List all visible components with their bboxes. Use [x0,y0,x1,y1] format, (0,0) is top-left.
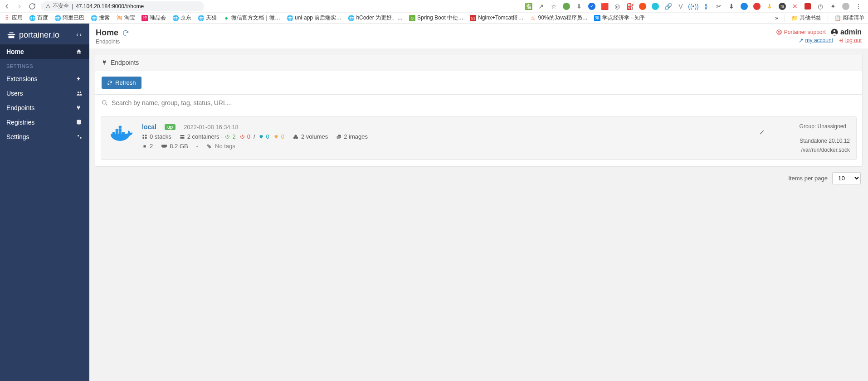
ext-icon[interactable]: ◷ [816,2,824,10]
svg-point-6 [778,31,780,34]
bookmark-item[interactable]: 知学点经济学 - 知乎 [594,14,645,22]
svg-point-8 [834,30,836,33]
bookmarks-bar: ⠿应用 🌐百度 🌐阿里巴巴 🌐搜索 淘淘宝 特唯品会 🌐京东 🌐天猫 ●微信官方… [0,12,868,23]
svg-point-4 [80,137,82,139]
stat-volumes: 2 volumes [293,133,328,140]
refresh-button[interactable]: Refresh [102,77,141,89]
app-container: portainer.io Home SETTINGS Extensions Us… [0,24,868,381]
ext-icon[interactable]: m [778,2,786,10]
bookmark-item[interactable]: 🌐百度 [29,14,48,22]
svg-rect-18 [143,135,145,136]
bookmark-item[interactable]: ●微信官方文档｜微… [223,14,280,22]
bookmark-apps[interactable]: ⠿应用 [4,14,23,22]
svg-rect-23 [180,137,184,139]
menu-icon[interactable]: ⋮ [854,2,863,10]
ext-icon[interactable]: ✓ [588,2,596,10]
separator [828,14,828,22]
sidebar-item-extensions[interactable]: Extensions [0,72,89,86]
ext-icon[interactable] [804,2,812,10]
ext-icon[interactable]: ⬇ [727,2,736,10]
endpoints-panel: Endpoints Refresh [95,54,863,167]
share-icon[interactable]: ↗ [537,2,545,10]
bookmark-item[interactable]: SSpring Boot 中使… [409,14,463,22]
ext-icon[interactable]: 🟥 [600,2,609,10]
ext-icon[interactable] [651,2,659,10]
panel-body: Refresh [95,71,862,94]
svg-rect-22 [180,135,184,136]
ext-icon[interactable]: ◎ [613,2,621,10]
sidebar-item-label: Registries [6,119,34,126]
sidebar-item-settings[interactable]: Settings [0,130,89,144]
bookmark-item[interactable]: 🌐天猫 [198,14,217,22]
svg-rect-21 [145,137,147,139]
ext-icon[interactable]: ⛽ [626,2,634,10]
reload-button[interactable] [28,2,36,10]
reading-list[interactable]: 📋阅读清单 [834,14,864,22]
sidebar-item-users[interactable]: Users [0,86,89,101]
ext-icon[interactable] [740,2,748,10]
brand-logo[interactable]: portainer.io [0,24,89,44]
endpoint-card[interactable]: local up 2022-01-08 16:34:18 0 stacks 2 … [101,116,857,160]
extensions-icon[interactable]: ✦ [829,2,837,10]
bookmark-item[interactable]: 🌐uni-app 前后端实… [287,14,341,22]
svg-rect-15 [116,129,118,132]
ext-icon[interactable]: ✕ [791,2,799,10]
user-chip[interactable]: admin [830,28,862,36]
bookmark-overflow[interactable]: » [775,15,778,21]
slash: / [254,133,255,140]
ext-icon[interactable]: ⟫ [702,2,710,10]
profile-icon[interactable] [842,2,850,10]
ext-icon[interactable] [753,2,761,10]
stat-cpu: 2 [142,143,153,150]
status-badge: up [165,124,176,130]
bookmark-item[interactable]: 51Nginx+Tomcat搭… [470,14,523,22]
stat-images: 2 images [336,133,368,140]
refresh-title-icon[interactable] [122,29,129,37]
ext-icon[interactable]: 🔗 [664,2,672,10]
forward-button[interactable] [15,2,24,10]
clone-icon [336,134,341,140]
wrench-icon [799,38,804,43]
sidebar-item-endpoints[interactable]: Endpoints [0,101,89,115]
address-bar[interactable]: 不安全 | 47.104.20.184:9000/#/home [41,1,204,11]
svg-rect-19 [145,135,147,136]
star-icon[interactable]: ☆ [550,2,558,10]
svg-point-3 [78,135,79,137]
ext-icon[interactable]: V [677,2,685,10]
ext-icon[interactable]: ((•)) [689,2,697,10]
bookmark-item[interactable]: 淘淘宝 [116,14,135,22]
heartbeat-icon [258,134,264,139]
back-button[interactable] [3,2,11,10]
sidebar-item-home[interactable]: Home [0,44,89,59]
bookmark-item[interactable]: 🌐hCoder 为更好、… [348,14,403,22]
sidebar-section-settings: SETTINGS [0,59,89,72]
search-input[interactable] [112,99,856,106]
logout-link[interactable]: log out [839,37,862,43]
bookmark-item[interactable]: ♨90%的Java程序员… [530,14,588,22]
content-area: Endpoints Refresh [89,48,868,190]
items-per-page-select[interactable]: 10 [832,172,861,184]
bookmark-item[interactable]: 🌐阿里巴巴 [54,14,84,22]
power-on-icon [225,134,230,139]
svg-line-10 [106,104,107,106]
sidebar-item-registries[interactable]: Registries [0,115,89,130]
ext-icon[interactable]: ✂ [715,2,723,10]
svg-rect-25 [337,136,340,139]
bookmark-item[interactable]: 特唯品会 [141,14,166,22]
topbar: Home Endpoints Portainer support admin [89,24,868,48]
plug-icon [76,105,83,111]
collapse-icon[interactable] [76,32,83,38]
my-account-link[interactable]: my account [799,37,833,43]
pagination-row: Items per page 10 [95,167,863,184]
translate-icon[interactable]: 🈯 [524,2,532,10]
ext-icon[interactable]: ⬇ [575,2,583,10]
ext-icon[interactable]: ⬇ [766,2,774,10]
other-bookmarks[interactable]: 📁其他书签 [791,14,821,22]
bookmark-item[interactable]: 🌐搜索 [91,14,110,22]
ext-icon[interactable] [639,2,647,10]
bookmark-item[interactable]: 🌐京东 [172,14,191,22]
items-per-page-label: Items per page [788,175,828,182]
ext-icon[interactable] [562,2,571,10]
support-link[interactable]: Portainer support [776,29,826,35]
pencil-icon[interactable] [759,130,850,135]
